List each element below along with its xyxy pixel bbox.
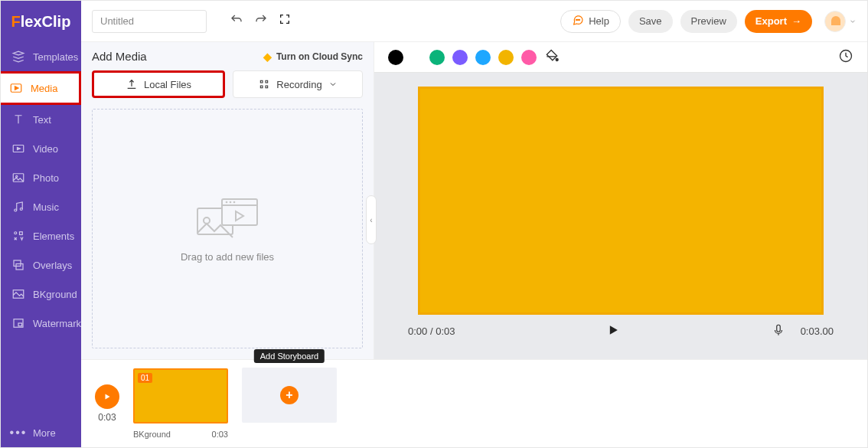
voiceover-button[interactable] [772,323,785,339]
sidebar-item-elements[interactable]: Elements [1,221,81,250]
logo-f-letter: F [11,13,21,31]
svg-point-7 [20,208,22,211]
fill-tool-button[interactable] [544,48,560,66]
project-title-input[interactable]: Untitled [92,10,207,33]
sidebar-item-photo[interactable]: Photo [1,163,81,192]
svg-point-16 [578,19,579,20]
preview-label: Preview [691,15,726,27]
play-icon [605,322,621,338]
svg-point-26 [556,59,558,61]
svg-point-15 [576,19,577,20]
preview-button[interactable]: Preview [680,10,737,33]
sidebar-item-label: More [33,427,56,439]
chevron-down-icon [849,18,857,25]
sidebar-item-bkground[interactable]: BKground [1,280,81,309]
export-button[interactable]: Export → [745,10,812,33]
time-total: 0:03 [436,325,455,337]
player-bar: 0:00 / 0:03 0:03.00 [406,315,835,348]
plus-icon: + [280,386,299,404]
sidebar-item-label: Overlays [33,260,72,271]
clip-duration: 0:03 [212,430,228,439]
avatar-icon [824,11,846,32]
play-icon [103,392,112,401]
help-button[interactable]: Help [560,10,621,33]
preview-canvas[interactable] [418,87,824,315]
local-files-label: Local Files [144,79,191,90]
music-icon [11,200,25,214]
fullscreen-button[interactable] [279,13,291,29]
sidebar-item-label: Text [33,114,51,126]
color-swatch-black[interactable] [388,50,403,65]
color-swatch-green[interactable] [429,50,445,65]
logo: FlexClip [1,1,81,42]
drop-hint-text: Drag to add new files [181,251,274,263]
svg-marker-3 [18,148,21,150]
time-current: 0:00 [408,325,427,337]
add-storyboard-button[interactable]: Add Storyboard + [242,368,337,423]
color-swatch-pink[interactable] [521,50,537,65]
panel-collapse-toggle[interactable]: ‹ [366,195,377,244]
fullscreen-icon [279,13,291,25]
sidebar-item-label: Watermark [33,318,81,329]
sidebar: FlexClip Templates Media Text Video Phot… [1,1,81,447]
redo-button[interactable] [254,13,268,29]
svg-rect-20 [222,199,257,225]
help-label: Help [589,15,609,27]
sidebar-item-label: Video [33,143,58,155]
cloud-sync-toggle[interactable]: ◆ Turn on Cloud Sync [263,51,363,63]
sidebar-item-music[interactable]: Music [1,192,81,221]
svg-marker-1 [15,87,19,90]
local-files-button[interactable]: Local Files [92,70,225,98]
storyboard-clip[interactable]: 01 [133,368,228,423]
media-panel-title: Add Media [92,50,147,63]
account-menu[interactable] [820,11,857,32]
svg-point-24 [233,201,236,204]
color-swatch-blue[interactable] [475,50,491,65]
sidebar-item-label: Photo [33,172,59,184]
svg-rect-29 [776,325,780,332]
svg-rect-9 [20,232,23,235]
cloud-sync-label: Turn on Cloud Sync [276,51,363,62]
save-button[interactable]: Save [628,10,673,33]
media-icon [9,81,23,95]
svg-marker-30 [106,394,110,400]
media-panel: Add Media ◆ Turn on Cloud Sync Local Fil… [81,42,374,359]
color-swatch-purple[interactable] [452,50,468,65]
svg-point-6 [15,209,17,211]
history-button[interactable] [838,48,853,66]
dropzone-illustration-icon [193,195,262,240]
diamond-icon: ◆ [263,51,272,63]
drop-area[interactable]: Drag to add new files [92,109,363,348]
sidebar-item-label: Elements [33,231,74,242]
recording-label: Recording [276,79,321,90]
time-display: 0:00 / 0:03 [408,325,455,337]
project-title-text: Untitled [100,15,134,27]
sidebar-item-text[interactable]: Text [1,105,81,134]
more-icon: ••• [11,426,25,440]
sidebar-item-label: Music [33,201,59,213]
sidebar-item-watermark[interactable]: Watermark [1,309,81,338]
color-swatch-yellow[interactable] [498,50,514,65]
photo-icon [11,171,25,185]
export-label: Export [755,15,787,27]
undo-button[interactable] [230,13,243,29]
sidebar-item-video[interactable]: Video [1,134,81,163]
sidebar-item-templates[interactable]: Templates [1,42,81,71]
svg-marker-28 [610,325,618,335]
timeline-head-time: 0:03 [98,412,116,423]
watermark-icon [11,316,25,330]
play-button[interactable] [605,322,621,340]
sidebar-item-media[interactable]: Media [1,71,81,105]
svg-point-22 [226,201,228,204]
overlays-icon [11,258,25,272]
sidebar-item-overlays[interactable]: Overlays [1,250,81,280]
sidebar-item-more[interactable]: ••• More [1,418,81,447]
undo-icon [230,13,243,27]
recording-button[interactable]: Recording [233,70,363,98]
duration-display: 0:03.00 [801,325,834,337]
color-picker-row [374,42,867,73]
elements-icon [11,229,25,243]
sidebar-item-label: Templates [33,51,78,63]
timeline-play-button[interactable] [95,384,119,409]
bkground-icon [11,287,25,301]
